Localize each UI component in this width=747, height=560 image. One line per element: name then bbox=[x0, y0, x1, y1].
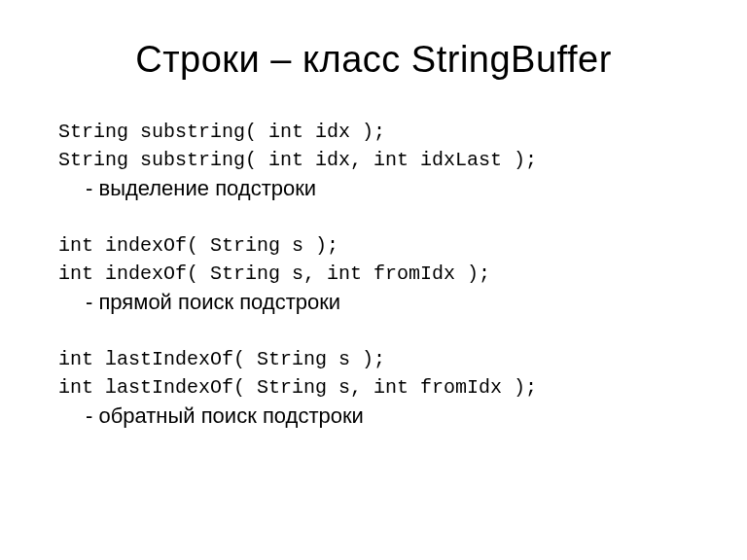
code-line: int indexOf( String s ); bbox=[58, 231, 689, 260]
description-line: - выделение подстроки bbox=[58, 174, 689, 204]
code-line: int lastIndexOf( String s, int fromIdx )… bbox=[58, 373, 689, 402]
description-line: - прямой поиск подстроки bbox=[58, 288, 689, 318]
code-line: int lastIndexOf( String s ); bbox=[58, 345, 689, 373]
method-block: int indexOf( String s ); int indexOf( St… bbox=[58, 231, 689, 318]
method-block: int lastIndexOf( String s ); int lastInd… bbox=[58, 345, 689, 432]
slide-title: Строки – класс StringBuffer bbox=[58, 39, 689, 81]
code-line: int indexOf( String s, int fromIdx ); bbox=[58, 260, 689, 288]
description-line: - обратный поиск подстроки bbox=[58, 402, 689, 432]
method-block: String substring( int idx ); String subs… bbox=[58, 118, 689, 204]
code-line: String substring( int idx, int idxLast )… bbox=[58, 146, 689, 174]
code-line: String substring( int idx ); bbox=[58, 118, 689, 146]
